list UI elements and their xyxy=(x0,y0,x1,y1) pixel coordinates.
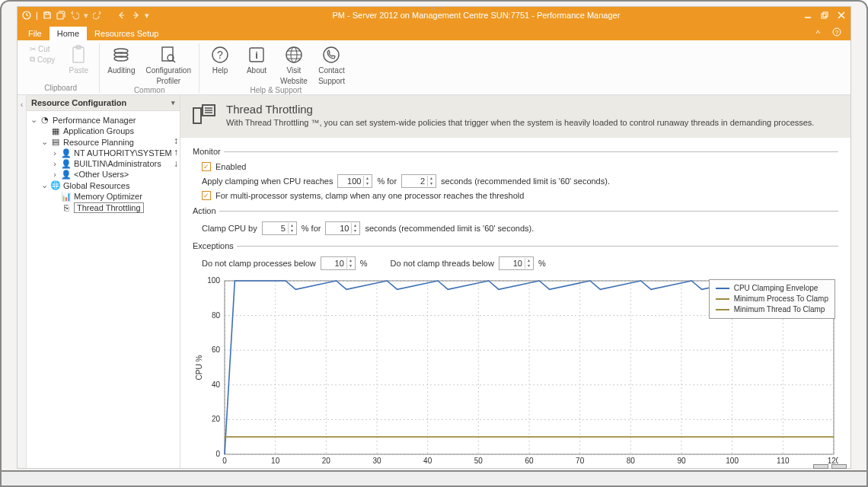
svg-text:30: 30 xyxy=(372,457,381,465)
stack-icon xyxy=(111,45,131,65)
minimize-button[interactable] xyxy=(803,11,812,20)
tree-reorder-arrows[interactable]: ↕↑↓ xyxy=(174,135,178,169)
clamp-label-pre: Clamp CPU by xyxy=(202,224,257,233)
svg-text:100: 100 xyxy=(207,276,220,285)
clamp-label-post: seconds (recommended limit is '60' secon… xyxy=(365,224,534,233)
svg-text:100: 100 xyxy=(726,457,739,465)
svg-text:60: 60 xyxy=(525,457,534,465)
clipboard-icon xyxy=(69,45,88,65)
svg-rect-7 xyxy=(73,47,84,62)
forward-icon[interactable] xyxy=(131,11,140,20)
config-profiler-button[interactable]: Configuration Profiler xyxy=(146,45,191,86)
save-all-icon[interactable] xyxy=(56,11,65,20)
question-icon: ? xyxy=(210,45,230,65)
exc-proc-input[interactable]: 10▴▾ xyxy=(321,256,356,270)
tree-builtin-admin[interactable]: ›👤BUILTIN\Administrators xyxy=(30,158,177,169)
nav-tree: ↕↑↓ ⌄◔Performance Manager ▦Application G… xyxy=(27,111,180,468)
tree-root[interactable]: ⌄◔Performance Manager xyxy=(30,114,177,126)
left-collapse-strip[interactable]: ‹ xyxy=(18,95,27,468)
laptop-hinge-dots: ○ ○ ○ xyxy=(422,5,445,12)
globe-icon: 🌐 xyxy=(51,181,60,190)
tree-resource-planning[interactable]: ⌄▤Resource Planning xyxy=(30,136,177,148)
tree-global-resources[interactable]: ⌄🌐Global Resources xyxy=(30,180,177,191)
save-icon[interactable] xyxy=(43,11,52,20)
clock-icon[interactable] xyxy=(22,11,31,20)
ribbon-group-common: Auditing Configuration Profiler Common xyxy=(100,43,199,93)
window-title: PM - Server 2012 on Management Centre SU… xyxy=(149,11,803,20)
exc-thr-pct: % xyxy=(538,259,546,268)
planning-icon: ▤ xyxy=(51,138,60,147)
action-fieldset: Action Clamp CPU by 5▴▾ % for 10▴▾ secon… xyxy=(193,206,838,237)
chart: 0204060801000102030405060708090100110120… xyxy=(193,276,838,468)
svg-text:?: ? xyxy=(217,49,223,61)
clamp-sec-input[interactable]: 10▴▾ xyxy=(325,221,360,235)
tab-home[interactable]: Home xyxy=(49,27,87,40)
copy-button[interactable]: ⧉Copy xyxy=(30,55,55,64)
tree-nt-system[interactable]: ›👤NT AUTHORITY\SYSTEM xyxy=(30,148,177,158)
sidebar: Resource Configuration ▾ ↕↑↓ ⌄◔Performan… xyxy=(27,95,180,468)
svg-text:40: 40 xyxy=(423,457,432,465)
clamp-pct-input[interactable]: 5▴▾ xyxy=(262,221,297,235)
svg-rect-25 xyxy=(193,108,201,123)
help-icon[interactable]: ? xyxy=(826,25,847,40)
svg-text:CPU %: CPU % xyxy=(195,355,203,380)
exc-thr-label: Do not clamp threads below xyxy=(391,259,494,268)
paste-button[interactable]: Paste xyxy=(65,45,91,75)
app-window: | ▾ ▾ PM - Server 2012 on Management Cen… xyxy=(17,6,851,469)
page-title: Thread Throttling xyxy=(226,103,814,116)
tree-app-groups[interactable]: ▦Application Groups xyxy=(30,126,177,136)
restore-button[interactable] xyxy=(820,11,829,20)
svg-text:80: 80 xyxy=(212,311,221,320)
svg-text:10: 10 xyxy=(271,457,280,465)
svg-rect-1 xyxy=(46,12,49,14)
help-button[interactable]: ? Help xyxy=(207,45,233,75)
svg-rect-4 xyxy=(823,12,828,17)
monitor-legend: Monitor xyxy=(193,147,224,156)
enabled-checkbox[interactable]: ✓ xyxy=(202,162,211,171)
about-button[interactable]: i About xyxy=(244,45,270,75)
chevron-down-icon[interactable]: ▾ xyxy=(171,99,175,107)
tab-file[interactable]: File xyxy=(21,27,49,40)
back-icon[interactable] xyxy=(117,11,126,20)
tree-memory-optimizer[interactable]: 📊Memory Optimizer xyxy=(30,191,177,202)
apply-clamp-label-pre: Apply clamping when CPU reaches xyxy=(202,177,333,186)
visit-website-button[interactable]: Visit Website xyxy=(280,45,308,86)
auditing-button[interactable]: Auditing xyxy=(107,45,135,75)
exc-proc-label: Do not clamp processes below xyxy=(202,259,316,268)
apply-clamp-label-mid: % for xyxy=(377,177,397,186)
ribbon-group-label: Clipboard xyxy=(44,84,77,93)
cpu-threshold-input[interactable]: 100▴▾ xyxy=(337,174,372,188)
document-search-icon xyxy=(158,45,178,65)
ribbon-group-label: Help & Support xyxy=(251,86,302,95)
svg-text:120: 120 xyxy=(828,457,838,465)
tree-thread-throttling[interactable]: ⎘Thread Throttling xyxy=(30,202,177,214)
svg-text:?: ? xyxy=(835,29,839,36)
chart-legend: CPU Clamping EnvelopeMinimum Process To … xyxy=(709,279,835,319)
svg-text:20: 20 xyxy=(212,415,221,423)
apps-icon: ▦ xyxy=(51,126,60,135)
ribbon-collapse-icon[interactable]: ^ xyxy=(810,27,826,40)
exc-thr-input[interactable]: 10▴▾ xyxy=(499,256,534,270)
redo-icon[interactable] xyxy=(93,11,102,20)
clamp-label-mid: % for xyxy=(302,224,321,233)
monitor-fieldset: Monitor ✓ Enabled Apply clamping when CP… xyxy=(193,147,838,202)
svg-text:0: 0 xyxy=(222,457,227,465)
undo-icon[interactable] xyxy=(70,11,79,20)
exceptions-legend: Exceptions xyxy=(193,241,237,250)
tree-other-users[interactable]: ›👤<Other Users> xyxy=(30,169,177,180)
ribbon-group-label: Common xyxy=(134,86,165,95)
throttle-icon: ⎘ xyxy=(62,203,71,212)
svg-text:90: 90 xyxy=(677,457,686,465)
ribbon-group-clipboard: ✂Cut ⧉Copy Paste Clipboard xyxy=(22,43,100,93)
ribbon-group-help: ? Help i About Visit Website Contact xyxy=(199,43,353,93)
contact-support-button[interactable]: Contact Support xyxy=(318,45,345,86)
multiproc-label: For multi-processor systems, clamp when … xyxy=(215,191,524,200)
enabled-label: Enabled xyxy=(215,162,246,171)
cpu-seconds-input[interactable]: 2▴▾ xyxy=(401,174,436,188)
multiproc-checkbox[interactable]: ✓ xyxy=(202,191,211,200)
user-icon: 👤 xyxy=(62,170,71,179)
scissors-icon: ✂ xyxy=(30,45,36,53)
tab-resources-setup[interactable]: Resources Setup xyxy=(87,27,166,40)
close-button[interactable] xyxy=(837,11,846,20)
cut-button[interactable]: ✂Cut xyxy=(30,45,55,53)
